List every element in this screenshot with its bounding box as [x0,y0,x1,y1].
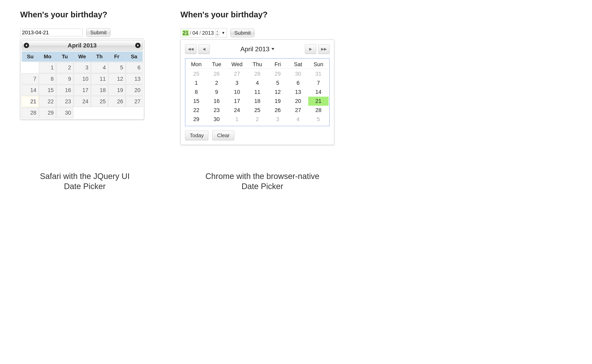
calendar-day[interactable]: 6 [126,62,143,73]
calendar-day[interactable]: 1 [227,115,247,124]
calendar-day[interactable]: 7 [22,73,39,84]
calendar-day[interactable]: 29 [267,69,288,78]
calendar-day[interactable]: 5 [108,62,125,73]
calendar-day[interactable]: 28 [308,106,329,115]
calendar-day[interactable]: 21 [308,97,329,106]
calendar-grid: 1234567891011121314151617181920212223242… [22,62,143,118]
calendar-day[interactable]: 15 [39,85,56,96]
calendar-day[interactable]: 26 [267,106,288,115]
calendar-day[interactable]: 18 [247,97,268,106]
calendar-day[interactable]: 13 [288,88,308,97]
calendar-day[interactable]: 18 [91,85,108,96]
calendar-day[interactable]: 9 [207,88,227,97]
calendar-day[interactable]: 19 [108,85,125,96]
calendar-day[interactable]: 16 [56,85,73,96]
calendar-day[interactable]: 14 [22,85,39,96]
calendar-day[interactable]: 6 [288,78,308,88]
calendar-day[interactable]: 26 [207,69,227,78]
calendar-day[interactable]: 2 [56,62,73,73]
calendar-day[interactable]: 4 [247,78,268,88]
spinner-up-icon[interactable]: ▲ [216,30,218,33]
calendar-day[interactable]: 16 [207,97,227,106]
datepicker-jqueryui: April 2013 SuMoTuWeThFrSa 12345678910111… [20,39,144,120]
calendar-day[interactable]: 30 [288,69,308,78]
calendar-day[interactable]: 3 [74,62,91,73]
next-year-button[interactable]: ▶▶ [318,44,330,54]
date-segment-day[interactable]: 21 [182,30,189,36]
calendar-day[interactable]: 15 [186,97,207,106]
calendar-day[interactable]: 19 [267,97,288,106]
calendar-day[interactable]: 25 [247,106,268,115]
date-segment-year[interactable]: 2013 [202,30,214,36]
calendar-day[interactable]: 8 [39,73,56,84]
spinner-down-icon[interactable]: ▼ [216,33,218,36]
calendar-day[interactable]: 12 [108,73,125,84]
calendar-day[interactable]: 4 [91,62,108,73]
dow-cell: Tue [207,60,227,68]
calendar-day[interactable]: 22 [186,106,207,115]
date-input-native[interactable]: 21 / 04 / 2013 ▲ ▼ ▼ [181,28,227,38]
calendar-day[interactable]: 1 [186,78,207,88]
date-segment-month[interactable]: 04 [192,30,199,36]
calendar-day[interactable]: 11 [91,73,108,84]
calendar-day[interactable]: 27 [288,106,308,115]
calendar-day[interactable]: 25 [186,69,207,78]
calendar-day[interactable]: 11 [247,88,268,97]
calendar-day[interactable]: 28 [247,69,268,78]
month-year-dropdown[interactable]: April 2013 [241,46,274,53]
calendar-day[interactable]: 23 [56,96,73,107]
calendar-day[interactable]: 3 [267,115,288,124]
submit-button[interactable]: Submit [230,29,254,37]
calendar-day[interactable]: 29 [39,107,56,118]
calendar-day[interactable]: 10 [227,88,247,97]
calendar-day[interactable]: 22 [39,96,56,107]
clear-button[interactable]: Clear [212,130,234,140]
next-month-button[interactable] [135,43,141,48]
calendar-day[interactable]: 24 [227,106,247,115]
calendar-day[interactable]: 3 [227,78,247,88]
today-button[interactable]: Today [185,130,208,140]
calendar-day[interactable]: 2 [207,78,227,88]
calendar-day[interactable]: 5 [267,78,288,88]
calendar-day[interactable]: 30 [207,115,227,124]
calendar-day[interactable]: 9 [56,73,73,84]
prev-year-button[interactable]: ◀◀ [185,44,196,54]
next-month-button[interactable]: ▶ [305,44,316,54]
calendar-day[interactable]: 7 [308,78,329,88]
calendar-day[interactable]: 14 [308,88,329,97]
calendar-day[interactable]: 24 [74,96,91,107]
calendar-day[interactable]: 30 [56,107,73,118]
calendar-day[interactable]: 23 [207,106,227,115]
month-year-title: April 2013 [68,42,97,49]
calendar-day[interactable]: 10 [74,73,91,84]
submit-button[interactable]: Submit [86,28,111,37]
calendar-day[interactable]: 5 [308,115,329,124]
chevron-right-icon [137,44,139,47]
date-input[interactable] [20,29,83,36]
calendar-day[interactable]: 31 [308,69,329,78]
calendar-day[interactable]: 27 [227,69,247,78]
prev-month-button[interactable] [24,43,29,48]
calendar-day[interactable]: 2 [247,115,268,124]
calendar-day[interactable]: 4 [288,115,308,124]
calendar-grid: MonTueWedThuFriSatSun 252627282930311234… [185,58,330,126]
calendar-day[interactable]: 12 [267,88,288,97]
dropdown-icon[interactable]: ▼ [221,31,225,35]
calendar-day[interactable]: 17 [74,85,91,96]
prev-month-button[interactable]: ◀ [198,44,210,54]
day-of-week-header: SuMoTuWeThFrSa [22,52,143,62]
calendar-day[interactable]: 29 [186,115,207,124]
calendar-day[interactable]: 21 [22,96,39,107]
calendar-day[interactable]: 1 [39,62,56,73]
calendar-day[interactable]: 28 [22,107,39,118]
calendar-day[interactable]: 27 [126,96,143,107]
calendar-day[interactable]: 20 [288,97,308,106]
calendar-day[interactable]: 25 [91,96,108,107]
calendar-day[interactable]: 8 [186,88,207,97]
calendar-day[interactable]: 13 [126,73,143,84]
spinner-control[interactable]: ▲ ▼ [215,29,219,36]
calendar-day[interactable]: 26 [108,96,125,107]
dow-cell: Fr [108,52,125,62]
calendar-day[interactable]: 20 [126,85,143,96]
calendar-day[interactable]: 17 [227,97,247,106]
